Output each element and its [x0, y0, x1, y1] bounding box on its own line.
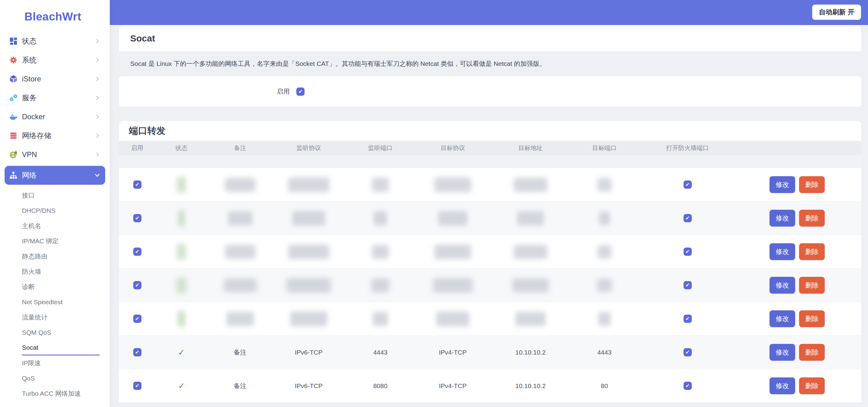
- row-target-protocol: IPv4-TCP: [416, 382, 489, 389]
- sidebar-item-network-storage[interactable]: 网络存储: [0, 126, 110, 145]
- row-listen-port: [344, 278, 416, 292]
- row-enabled-checkbox[interactable]: [133, 348, 142, 356]
- sidebar-item-network[interactable]: 网络: [5, 166, 105, 185]
- col-header-target-address: 目标地址: [489, 144, 572, 152]
- row-target-port: 4443: [572, 349, 637, 356]
- row-target-protocol: [416, 178, 489, 192]
- auto-refresh-toggle[interactable]: 自动刷新 开: [812, 5, 861, 20]
- row-target-port: 80: [572, 382, 637, 389]
- delete-button[interactable]: 删除: [799, 344, 825, 361]
- sidebar-item-services[interactable]: 服务: [0, 88, 110, 107]
- services-gears-icon: [9, 94, 18, 102]
- col-header-listen-protocol: 监听协议: [273, 144, 344, 152]
- sidebar-item-label: 服务: [22, 93, 37, 103]
- edit-button[interactable]: 修改: [770, 176, 795, 193]
- chevron-down-icon: [94, 172, 101, 179]
- sidebar-subitem[interactable]: Turbo ACC 网络加速: [22, 386, 100, 401]
- page-title: Socat: [130, 33, 155, 43]
- row-enabled-checkbox[interactable]: [133, 281, 142, 289]
- sidebar-item-label: Docker: [22, 113, 45, 121]
- row-firewall-checkbox[interactable]: [684, 181, 692, 189]
- sidebar-subitem[interactable]: 诊断: [22, 279, 100, 294]
- row-enabled-checkbox[interactable]: [133, 248, 142, 256]
- sidebar-subitem[interactable]: 防火墙: [22, 264, 100, 279]
- row-firewall-checkbox[interactable]: [684, 315, 692, 323]
- section-title: 端口转发: [119, 121, 861, 141]
- delete-button[interactable]: 删除: [799, 243, 825, 260]
- table-row: ✓ 备注 IPv6-TCP 8080 IPv4-TCP 10.10.10.2 8…: [119, 369, 861, 402]
- edit-button[interactable]: 修改: [770, 310, 795, 327]
- row-enabled-checkbox[interactable]: [133, 214, 142, 222]
- sidebar-subitem[interactable]: QoS: [22, 371, 100, 386]
- sidebar-subitem[interactable]: 流量统计: [22, 310, 100, 325]
- chevron-right-icon: [94, 38, 101, 44]
- row-firewall-checkbox[interactable]: [684, 382, 692, 390]
- sidebar-item-system[interactable]: 系统: [0, 51, 110, 69]
- page-header-card: Socat: [119, 26, 861, 51]
- row-firewall-checkbox[interactable]: [684, 214, 692, 222]
- sidebar-subitem[interactable]: IP限速: [22, 355, 100, 371]
- main-content: Socat Socat 是 Linux 下的一个多功能的网络工具，名字来由是「S…: [119, 26, 861, 402]
- col-header-target-port: 目标端口: [572, 144, 637, 152]
- col-header-target-protocol: 目标协议: [416, 144, 489, 152]
- row-firewall-checkbox[interactable]: [684, 348, 692, 356]
- col-header-enabled: 启用: [119, 144, 155, 152]
- row-target-address: [489, 211, 572, 225]
- row-firewall-checkbox[interactable]: [684, 248, 692, 256]
- table-row: 修改 删除: [119, 168, 861, 201]
- enable-checkbox[interactable]: [296, 88, 305, 96]
- sidebar-item-status[interactable]: 状态: [0, 32, 110, 51]
- sidebar-subitem[interactable]: IP/MAC 绑定: [22, 233, 100, 249]
- edit-button[interactable]: 修改: [770, 210, 795, 226]
- sidebar-submenu: 接口DHCP/DNS主机名IP/MAC 绑定静态路由防火墙诊断Net Speed…: [0, 185, 110, 401]
- sidebar-item-label: iStore: [22, 75, 41, 83]
- table-row: 修改 删除: [119, 235, 861, 268]
- sidebar-subitem[interactable]: SQM QoS: [22, 325, 100, 340]
- page-description: Socat 是 Linux 下的一个多功能的网络工具，名字来由是「Socket …: [130, 59, 546, 68]
- edit-button[interactable]: 修改: [770, 277, 795, 293]
- sidebar-subitem[interactable]: 静态路由: [22, 249, 100, 264]
- row-enabled-checkbox[interactable]: [133, 181, 142, 189]
- delete-button[interactable]: 删除: [799, 377, 825, 394]
- col-header-note: 备注: [207, 144, 273, 152]
- row-note: [207, 312, 273, 326]
- table-row: 修改 删除: [119, 302, 861, 335]
- delete-button[interactable]: 删除: [799, 176, 825, 193]
- col-header-status: 状态: [155, 144, 207, 152]
- sidebar-subitem[interactable]: Net Speedtest: [22, 294, 100, 310]
- sidebar-subitem[interactable]: Socat: [22, 340, 100, 355]
- delete-button[interactable]: 删除: [799, 210, 825, 226]
- row-listen-protocol: [273, 245, 344, 259]
- row-listen-port: 8080: [344, 382, 416, 389]
- sidebar-subitem[interactable]: 主机名: [22, 218, 100, 233]
- row-note: [207, 211, 273, 225]
- table-row: 修改 删除: [119, 268, 861, 302]
- delete-button[interactable]: 删除: [799, 277, 825, 293]
- row-firewall-checkbox[interactable]: [684, 281, 692, 289]
- edit-button[interactable]: 修改: [770, 344, 795, 361]
- app-logo: BleachWrt: [0, 0, 110, 30]
- row-enabled-checkbox[interactable]: [133, 315, 142, 323]
- delete-button[interactable]: 删除: [799, 310, 825, 327]
- row-target-address: [489, 245, 572, 259]
- port-forward-card: 端口转发 启用 状态 备注 监听协议 监听端口 目标协议 目标地址 目标端口 打…: [119, 121, 861, 402]
- row-target-address: [489, 278, 572, 292]
- sidebar-item-docker[interactable]: Docker: [0, 107, 110, 126]
- sitemap-icon: [9, 171, 18, 180]
- sidebar-item-vpn[interactable]: VPN: [0, 145, 110, 164]
- docker-whale-icon: [9, 113, 18, 121]
- page-description-band: Socat 是 Linux 下的一个多功能的网络工具，名字来由是「Socket …: [119, 51, 861, 76]
- sidebar-item-label: 系统: [22, 55, 37, 65]
- sidebar-item-istore[interactable]: iStore: [0, 69, 110, 88]
- row-note: [207, 278, 273, 292]
- sidebar-subitem[interactable]: DHCP/DNS: [22, 203, 100, 218]
- row-listen-protocol: [273, 278, 344, 293]
- row-enabled-checkbox[interactable]: [133, 382, 142, 390]
- sidebar-subitem[interactable]: 接口: [22, 188, 100, 203]
- row-target-address: [489, 312, 572, 326]
- row-target-port: [572, 279, 637, 292]
- table-header-row: 启用 状态 备注 监听协议 监听端口 目标协议 目标地址 目标端口 打开防火墙端…: [119, 141, 861, 155]
- edit-button[interactable]: 修改: [770, 243, 795, 260]
- sidebar-item-label: 网络: [22, 170, 37, 180]
- edit-button[interactable]: 修改: [770, 377, 795, 394]
